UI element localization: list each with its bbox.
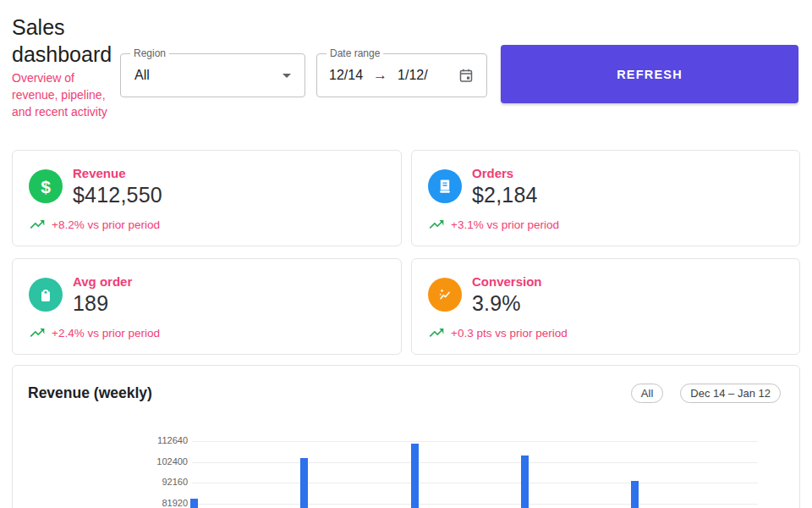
revenue-chart-plot: 8192092160102400112640	[13, 366, 799, 508]
trending-up-icon	[428, 216, 445, 233]
y-axis-tick-label: 102400	[123, 456, 188, 467]
stat-trend-text: +0.3 pts vs prior period	[451, 327, 568, 340]
gridline	[192, 441, 758, 442]
date-range-field[interactable]: Date range 12/14 → 1/12/	[316, 53, 487, 97]
stat-trend-text: +8.2% vs prior period	[52, 218, 160, 231]
stat-card-revenue: $ Revenue $412,550 +8.2% vs prior period	[12, 150, 402, 246]
trending-up-icon	[29, 324, 46, 341]
stat-value: 3.9%	[472, 291, 521, 316]
date-range-label: Date range	[326, 47, 383, 59]
stat-value: $2,184	[472, 183, 538, 207]
stat-trend-text: +2.4% vs prior period	[52, 327, 160, 340]
revenue-bar	[521, 456, 529, 508]
stat-card-orders: Orders $2,184 +3.1% vs prior period	[411, 150, 800, 246]
gridline	[192, 483, 758, 483]
y-axis-tick-label: 112640	[123, 435, 188, 445]
page-title: Sales dashboard	[12, 14, 130, 68]
stat-card-avg-order: Avg order 189 +2.4% vs prior period	[12, 258, 402, 355]
revenue-bar	[190, 499, 198, 508]
region-select-label: Region	[130, 47, 169, 59]
date-end-input[interactable]: 1/12/	[398, 68, 428, 83]
stat-title: Revenue	[73, 166, 126, 180]
dollar-icon: $	[29, 169, 63, 203]
revenue-bar	[631, 481, 639, 508]
gridline	[192, 462, 758, 463]
arrow-right-icon: →	[373, 67, 387, 84]
stat-value: $412,550	[73, 183, 162, 207]
calendar-icon[interactable]	[458, 67, 475, 84]
gridline	[192, 504, 758, 505]
stat-title: Orders	[472, 166, 513, 180]
revenue-chart-card: Revenue (weekly) All Dec 14 – Jan 12 819…	[12, 365, 800, 508]
insights-icon	[428, 278, 462, 312]
refresh-button[interactable]: REFRESH	[501, 45, 798, 103]
stat-title: Conversion	[472, 274, 542, 289]
revenue-bar	[411, 444, 419, 508]
stat-title: Avg order	[73, 274, 132, 289]
stat-value: 189	[73, 291, 108, 316]
y-axis-tick-label: 92160	[123, 477, 188, 487]
page-subtitle: Overview of revenue, pipeline, and recen…	[12, 69, 110, 120]
stat-trend-text: +3.1% vs prior period	[451, 218, 559, 231]
trending-up-icon	[428, 324, 445, 341]
stat-card-conversion: Conversion 3.9% +0.3 pts vs prior period	[411, 258, 800, 355]
region-select[interactable]: Region All	[120, 53, 305, 97]
y-axis-tick-label: 81920	[123, 498, 188, 508]
trending-up-icon	[29, 216, 46, 233]
shopping-bag-icon	[29, 278, 63, 312]
date-start-input[interactable]: 12/14	[329, 68, 363, 83]
receipt-icon	[428, 169, 462, 203]
revenue-bar	[300, 458, 308, 508]
chevron-down-icon	[283, 74, 291, 78]
region-select-value: All	[134, 68, 150, 83]
